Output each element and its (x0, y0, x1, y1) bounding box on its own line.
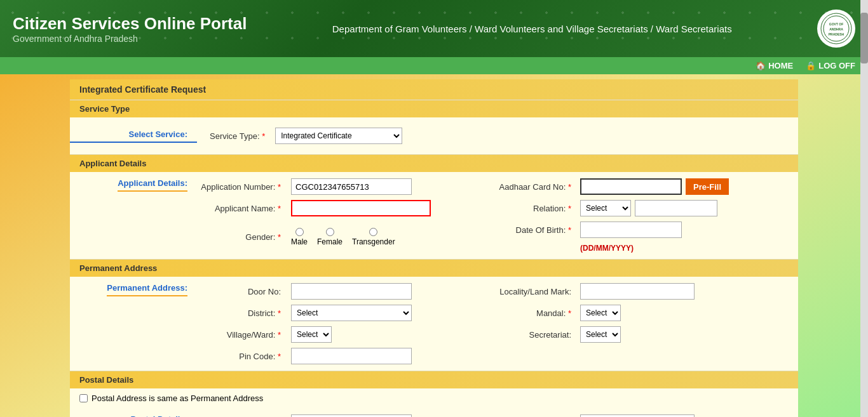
permanent-address-header: Permanent Address (70, 260, 798, 277)
mandal-field: Mandal: * Select (494, 305, 785, 321)
applicant-details-side-label: Applicant Details: (70, 178, 197, 253)
service-type-section: Service Type Select Service: Service Typ… (70, 100, 798, 155)
applicant-details-header: Applicant Details (70, 155, 798, 172)
aadhaar-field: Aadhaar Card No: * Pre-Fill (494, 178, 785, 195)
gender-male-radio[interactable] (295, 228, 304, 236)
logoff-link[interactable]: 🔒 LOG OFF (806, 61, 855, 70)
village-select[interactable]: Select (291, 326, 332, 343)
door-no-field: Door No: (197, 283, 489, 300)
secretariat-select[interactable]: Select (580, 326, 621, 343)
main-content: Integrated Certificate Request Service T… (70, 79, 798, 417)
relation-field: Relation: * Select Father Mother Spouse … (494, 200, 785, 216)
relation-select[interactable]: Select Father Mother Spouse Guardian (580, 200, 631, 216)
scrollbar-track (860, 0, 868, 417)
gender-female-label[interactable]: Female (317, 228, 342, 246)
service-type-label: Service Type: * (210, 131, 270, 141)
gender-field: Gender: * Male Female (197, 222, 489, 253)
aadhaar-label: Aadhaar Card No: * (494, 182, 576, 192)
svg-text:PRADESH: PRADESH (829, 32, 844, 36)
locality-input[interactable] (580, 283, 695, 300)
perm-addr-form: Door No: Locality/Land Mark: (197, 283, 798, 364)
app-number-label: Application Number: * (197, 182, 286, 192)
portal-title: Citizen Services Online Portal (13, 14, 247, 34)
application-number-input[interactable] (291, 178, 412, 195)
gender-transgender-radio[interactable] (369, 228, 377, 236)
postal-same-checkbox[interactable] (79, 394, 88, 402)
service-type-header: Service Type (70, 100, 798, 117)
dob-input[interactable] (580, 222, 682, 238)
postal-locality-input[interactable] (580, 414, 695, 417)
header-brand: Citizen Services Online Portal Governmen… (13, 14, 247, 44)
gender-radio-group: Male Female Transgender (291, 228, 395, 246)
relation-name-input[interactable] (635, 200, 717, 216)
application-number-field: Application Number: * (197, 178, 489, 195)
page-section-header: Integrated Certificate Request (70, 79, 798, 100)
postal-details-header: Postal Details (70, 371, 798, 388)
postal-side-label: Postal Details: (70, 414, 197, 417)
navbar: 🏠 HOME 🔒 LOG OFF (0, 57, 868, 74)
pin-code-field: Pin Code: * (197, 348, 489, 364)
locality-label: Locality/Land Mark: (494, 287, 576, 296)
pin-code-input[interactable] (291, 348, 412, 364)
home-icon: 🏠 (756, 61, 766, 70)
applicant-name-field: Applicant Name: * (197, 200, 489, 216)
door-no-input[interactable] (291, 283, 412, 300)
village-label: Village/Ward: * (197, 330, 286, 340)
aadhaar-input[interactable] (580, 178, 682, 195)
dob-field: Date Of Birth: * (DD/MM/YYYY) (494, 222, 785, 253)
page-header: Citizen Services Online Portal Governmen… (0, 0, 868, 57)
svg-text:GOVT OF: GOVT OF (829, 22, 844, 26)
mandal-label: Mandal: * (494, 308, 576, 318)
secretariat-label: Secretariat: (494, 330, 576, 340)
prefill-button[interactable]: Pre-Fill (686, 178, 729, 195)
lock-icon: 🔒 (806, 61, 816, 70)
postal-door-no-field: Door No: (197, 414, 489, 417)
applicant-name-label: Applicant Name: * (197, 204, 286, 213)
postal-door-no-input[interactable] (291, 414, 412, 417)
village-field: Village/Ward: * Select (197, 326, 489, 343)
select-service-label: Select Service: (70, 129, 197, 143)
gender-label: Gender: * (197, 232, 286, 242)
dob-label: Date Of Birth: * (494, 225, 576, 235)
postal-form: Door No: Locality/Land Mark: (197, 414, 798, 417)
header-dept-name: Department of Gram Volunteers / Ward Vol… (259, 23, 804, 34)
relation-label: Relation: * (494, 204, 576, 213)
district-label: District: * (197, 308, 286, 318)
scrollbar-thumb[interactable] (860, 13, 868, 63)
district-select[interactable]: Select (291, 305, 412, 321)
postal-same-checkbox-row: Postal Address is same as Permanent Addr… (70, 388, 798, 408)
secretariat-field: Secretariat: Select (494, 326, 785, 343)
applicant-form-fields: Application Number: * Aadhaar Card No: *… (197, 178, 798, 253)
permanent-address-section: Permanent Address Permanent Address: Doo… (70, 260, 798, 371)
pin-code-label: Pin Code: * (197, 352, 286, 361)
postal-locality-field: Locality/Land Mark: (494, 414, 785, 417)
applicant-name-input[interactable] (291, 200, 431, 216)
door-no-label: Door No: (197, 287, 286, 296)
service-type-field: Service Type: * Integrated Certificate I… (197, 122, 415, 149)
service-type-select[interactable]: Integrated Certificate Income Certificat… (275, 128, 402, 144)
perm-addr-side-label: Permanent Address: (70, 283, 197, 364)
gender-male-label[interactable]: Male (291, 228, 308, 246)
mandal-select[interactable]: Select (580, 305, 621, 321)
ap-logo: GOVT OF ANDHRA PRADESH (817, 10, 855, 48)
postal-same-label[interactable]: Postal Address is same as Permanent Addr… (92, 394, 263, 403)
district-field: District: * Select (197, 305, 489, 321)
applicant-details-section: Applicant Details Applicant Details: App… (70, 155, 798, 260)
postal-details-section: Postal Details Postal Address is same as… (70, 371, 798, 417)
gender-female-radio[interactable] (326, 228, 334, 236)
home-link[interactable]: 🏠 HOME (756, 61, 793, 70)
portal-subtitle: Government of Andhra Pradesh (13, 34, 247, 44)
svg-text:ANDHRA: ANDHRA (829, 27, 843, 31)
dob-hint: (DD/MM/YYYY) (580, 244, 634, 253)
locality-field: Locality/Land Mark: (494, 283, 785, 300)
gender-transgender-label[interactable]: Transgender (352, 228, 395, 246)
